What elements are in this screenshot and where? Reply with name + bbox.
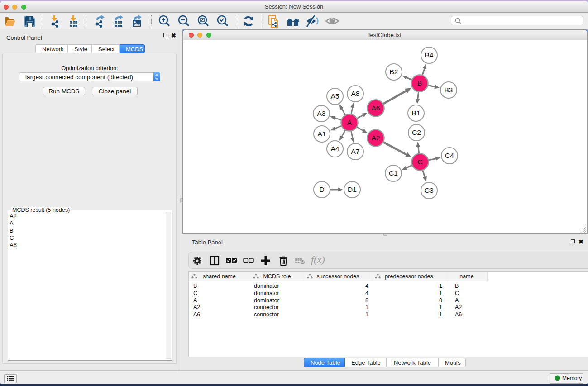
svg-text:A4: A4	[331, 145, 339, 152]
svg-text:A1: A1	[318, 130, 326, 138]
svg-text:A7: A7	[351, 148, 360, 155]
svg-text:B: B	[417, 79, 422, 87]
svg-text:A6: A6	[372, 104, 380, 112]
svg-text:B4: B4	[425, 51, 434, 59]
svg-text:C4: C4	[445, 152, 454, 159]
svg-text:B2: B2	[390, 68, 398, 76]
svg-text:D1: D1	[348, 186, 357, 193]
svg-text:C: C	[417, 158, 422, 166]
svg-text:D: D	[319, 186, 324, 193]
svg-text:C3: C3	[425, 186, 434, 194]
svg-text:C2: C2	[412, 129, 421, 136]
svg-text:C1: C1	[389, 169, 398, 177]
svg-text:B1: B1	[412, 109, 421, 117]
svg-text:A2: A2	[372, 134, 380, 142]
svg-text:A: A	[347, 119, 352, 126]
svg-text:A5: A5	[331, 92, 339, 100]
svg-text:B3: B3	[445, 86, 453, 94]
svg-text:A8: A8	[351, 90, 360, 97]
svg-text:A3: A3	[317, 110, 326, 117]
